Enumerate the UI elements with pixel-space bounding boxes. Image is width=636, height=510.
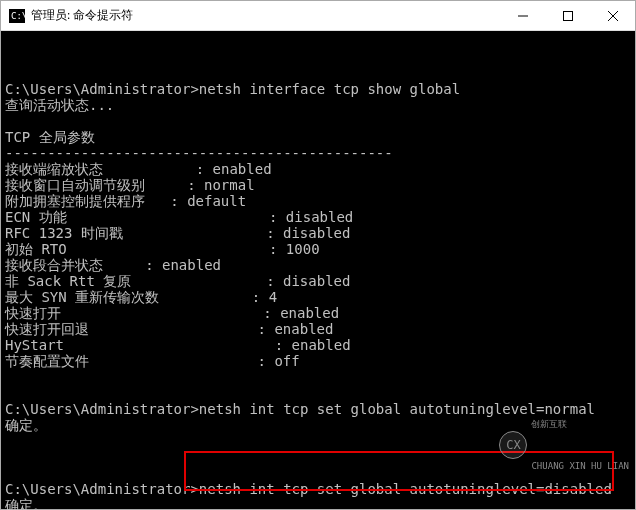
window-title: 管理员: 命令提示符 [31, 7, 500, 24]
terminal-line: ECN 功能 : disabled [5, 209, 631, 225]
terminal-line: 非 Sack Rtt 复原 : disabled [5, 273, 631, 289]
terminal-area[interactable]: C:\Users\Administrator>netsh interface t… [1, 31, 635, 509]
terminal-line: C:\Users\Administrator>netsh interface t… [5, 81, 631, 97]
terminal-line: 初始 RTO : 1000 [5, 241, 631, 257]
terminal-line: 接收端缩放状态 : enabled [5, 161, 631, 177]
terminal-line: 快速打开 : enabled [5, 305, 631, 321]
minimize-button[interactable] [500, 1, 545, 30]
window-frame: C:\. 管理员: 命令提示符 C:\Users\Administrator>n… [0, 0, 636, 510]
terminal-line: 快速打开回退 : enabled [5, 321, 631, 337]
terminal-line: 接收段合并状态 : enabled [5, 257, 631, 273]
terminal-line: HyStart : enabled [5, 337, 631, 353]
terminal-line: 节奏配置文件 : off [5, 353, 631, 369]
maximize-button[interactable] [545, 1, 590, 30]
terminal-line: 查询活动状态... [5, 97, 631, 113]
watermark: CX 创新互联 CHUANG XIN HU LIAN [499, 387, 629, 503]
watermark-line2: CHUANG XIN HU LIAN [531, 461, 629, 471]
cmd-icon: C:\. [9, 9, 25, 23]
terminal-line [5, 369, 631, 385]
terminal-line: 接收窗口自动调节级别 : normal [5, 177, 631, 193]
terminal-line: 附加拥塞控制提供程序 : default [5, 193, 631, 209]
terminal-line: RFC 1323 时间戳 : disabled [5, 225, 631, 241]
terminal-line: ----------------------------------------… [5, 145, 631, 161]
watermark-logo-icon: CX [499, 431, 527, 459]
window-controls [500, 1, 635, 30]
terminal-line: 最大 SYN 重新传输次数 : 4 [5, 289, 631, 305]
terminal-line: TCP 全局参数 [5, 129, 631, 145]
terminal-line [5, 65, 631, 81]
terminal-line [5, 113, 631, 129]
titlebar[interactable]: C:\. 管理员: 命令提示符 [1, 1, 635, 31]
watermark-line1: 创新互联 [531, 419, 629, 429]
close-button[interactable] [590, 1, 635, 30]
svg-rect-1 [563, 11, 572, 20]
